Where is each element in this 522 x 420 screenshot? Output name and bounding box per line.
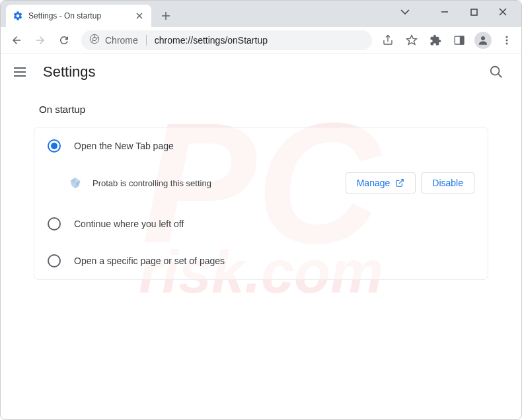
tab-title: Settings - On startup	[28, 11, 134, 20]
section-title: On startup	[34, 104, 488, 115]
url-origin: Chrome	[105, 35, 138, 46]
settings-icon	[13, 11, 23, 21]
option-label: Open a specific page or set of pages	[74, 256, 225, 266]
chevron-down-icon[interactable]	[393, 3, 417, 21]
forward-button[interactable]	[30, 30, 51, 51]
svg-point-8	[506, 42, 508, 44]
svg-rect-0	[471, 9, 477, 15]
option-continue[interactable]: Continue where you left off	[34, 205, 488, 242]
reload-button[interactable]	[54, 30, 75, 51]
svg-point-5	[481, 36, 485, 40]
settings-content: On startup Open the New Tab page Protab …	[1, 90, 521, 293]
maximize-button[interactable]	[459, 3, 488, 21]
svg-point-7	[506, 39, 508, 41]
manage-button[interactable]: Manage	[346, 172, 416, 193]
radio-button[interactable]	[48, 217, 61, 230]
new-tab-button[interactable]	[157, 7, 175, 25]
avatar-icon	[474, 32, 492, 49]
back-button[interactable]	[6, 30, 27, 51]
close-window-button[interactable]	[488, 3, 517, 21]
browser-titlebar: Settings - On startup	[1, 1, 521, 27]
svg-point-9	[491, 67, 500, 75]
disable-button[interactable]: Disable	[421, 172, 474, 193]
option-new-tab[interactable]: Open the New Tab page	[34, 127, 488, 164]
url-separator	[146, 35, 147, 46]
radio-button[interactable]	[48, 139, 61, 153]
profile-button[interactable]	[474, 31, 492, 50]
page-title: Settings	[43, 63, 96, 81]
settings-header: Settings	[1, 53, 521, 90]
startup-card: Open the New Tab page Protab is controll…	[34, 127, 488, 280]
extension-app-icon	[69, 176, 82, 190]
manage-label: Manage	[357, 178, 391, 188]
address-bar: Chrome chrome://settings/onStartup	[1, 27, 521, 53]
svg-point-2	[93, 37, 96, 40]
menu-icon[interactable]	[498, 31, 516, 50]
star-icon[interactable]	[402, 31, 421, 50]
window-controls	[393, 1, 521, 27]
sidepanel-icon[interactable]	[450, 31, 468, 50]
browser-tab[interactable]: Settings - On startup	[6, 5, 151, 27]
hamburger-icon[interactable]	[14, 64, 30, 80]
chrome-icon	[89, 34, 100, 47]
external-link-icon	[395, 178, 404, 188]
share-icon[interactable]	[379, 31, 397, 50]
option-specific-pages[interactable]: Open a specific page or set of pages	[34, 242, 488, 279]
extensions-icon[interactable]	[426, 31, 445, 50]
minimize-button[interactable]	[430, 3, 459, 21]
radio-button[interactable]	[48, 254, 61, 267]
close-icon[interactable]	[134, 11, 145, 21]
extension-notice: Protab is controlling this setting Manag…	[34, 164, 488, 205]
option-label: Open the New Tab page	[74, 141, 174, 151]
extension-message: Protab is controlling this setting	[93, 178, 340, 188]
svg-rect-4	[461, 36, 464, 44]
search-icon[interactable]	[484, 60, 508, 84]
disable-label: Disable	[432, 178, 463, 188]
svg-point-6	[506, 36, 508, 38]
url-field[interactable]: Chrome chrome://settings/onStartup	[81, 30, 372, 50]
url-path: chrome://settings/onStartup	[155, 35, 268, 46]
option-label: Continue where you left off	[74, 219, 184, 229]
